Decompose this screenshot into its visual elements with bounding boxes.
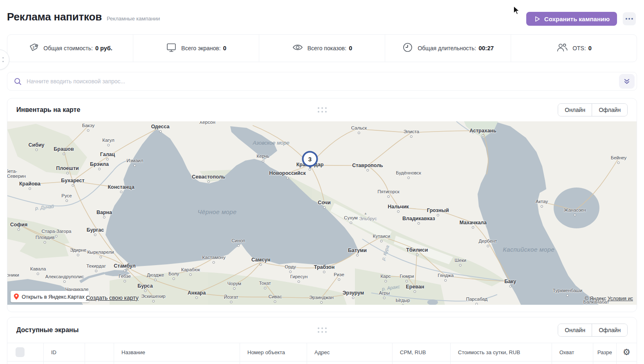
map-place-label: Брэила <box>90 162 109 167</box>
screens-section: Доступные экраны Онлайн Офлайн ID Назван… <box>7 317 637 364</box>
map-place-label: Кагул <box>102 138 114 143</box>
map-place-label: Бурса <box>137 284 153 289</box>
map-place-label: Тбилиси <box>406 248 428 253</box>
map-cluster-count: 3 <box>308 156 312 163</box>
column-reach: Охват <box>552 343 593 361</box>
map-place-label: Сивас <box>269 295 282 299</box>
stat-value: 0 руб. <box>95 45 112 51</box>
map-place-label: Анкара <box>188 290 206 296</box>
page-header: Реклама напитков Рекламные кампании Сохр… <box>0 0 644 34</box>
screens-online-button[interactable]: Онлайн <box>558 324 592 336</box>
search-input[interactable] <box>27 78 615 85</box>
map-place-label: Каспийское море <box>503 246 554 252</box>
create-own-map-link[interactable]: Создать свою карту <box>86 295 139 301</box>
map-place-label: Карабюк <box>181 268 200 272</box>
gear-icon[interactable]: ⚙ <box>623 348 631 357</box>
more-actions-button[interactable] <box>623 12 636 25</box>
map-place-label: Варна <box>96 210 112 215</box>
map-place-label: Парсабад <box>466 297 488 302</box>
stat-value: 0 <box>588 45 592 51</box>
stat-label: OTS: <box>572 45 586 51</box>
map-place-label: Трабзон <box>314 265 334 270</box>
map-place-label: Махачкала <box>460 220 487 226</box>
screens-section-header: Доступные экраны Онлайн Офлайн <box>7 317 637 343</box>
map-place-label: Бакэу <box>82 123 95 128</box>
map-terms-link[interactable]: Условия ис <box>608 296 633 301</box>
page-title: Реклама напитков <box>7 11 102 23</box>
expand-filters-button[interactable] <box>619 74 635 89</box>
map-place-label: Ереван <box>406 284 424 290</box>
map-place-label: Кутаиси <box>373 234 390 239</box>
six-dots-drag-icon[interactable] <box>318 107 327 113</box>
map-online-offline-toggle: Онлайн Офлайн <box>558 103 628 116</box>
stat-label: Общая стоимость: <box>43 45 93 51</box>
inventory-map[interactable]: ХерсонБакэуОдессаСальскЭлистаАстраханьБе… <box>7 121 637 305</box>
map-place-label: Бургас <box>87 228 104 233</box>
map-place-label: Дюздже <box>147 273 164 278</box>
map-attribution: © Яндекс Условия ис <box>585 296 633 301</box>
column-object-number: Номер объекта <box>240 343 307 361</box>
yandex-pin-icon <box>13 293 20 300</box>
save-campaign-button[interactable]: Сохранить кампанию <box>526 12 617 26</box>
stat-total-duration: Общая длительность: 00:27 <box>385 35 511 62</box>
stat-total-screens: Всего экранов: 0 <box>133 35 259 62</box>
map-place-label: Нальчик <box>388 204 409 210</box>
column-daily-cost: Стоимость за сутки, RUB <box>450 343 552 361</box>
monitor-icon <box>166 42 177 55</box>
map-place-label: Чорум <box>227 281 241 286</box>
map-cluster-marker[interactable]: 3 <box>302 151 318 167</box>
people-icon <box>556 42 568 55</box>
stat-value: 00:27 <box>478 45 494 51</box>
stat-total-impressions: Всего показов: 0 <box>259 35 385 62</box>
map-place-label: Бухарест <box>61 178 84 183</box>
map-place-label: Кыркларели <box>87 250 114 255</box>
map-place-label: Будённовск <box>396 171 421 176</box>
map-place-label: Плоешти <box>56 166 79 171</box>
save-campaign-label: Сохранить кампанию <box>544 16 610 22</box>
open-in-yandex-maps-button[interactable]: Открыть в Яндекс.Картах <box>11 291 89 302</box>
map-place-label: Херсон <box>199 121 215 125</box>
map-place-label: Орду <box>285 265 296 270</box>
column-cpm: CPM, RUB <box>392 343 450 361</box>
eye-icon <box>292 42 303 55</box>
column-preview <box>85 343 114 361</box>
search-icon <box>13 77 22 86</box>
column-name: Название <box>114 343 240 361</box>
map-place-label: Шеки <box>455 258 466 263</box>
map-place-label: Агры <box>379 291 390 296</box>
select-all-checkbox[interactable] <box>16 347 25 357</box>
table-settings-cell: ⚙ <box>616 343 637 361</box>
map-place-label: Эрзурум <box>343 290 364 296</box>
map-place-label: Сухум <box>344 216 357 221</box>
map-place-label: Стамбул <box>114 264 135 269</box>
map-place-label: Самсун <box>251 257 271 263</box>
map-online-button[interactable]: Онлайн <box>558 104 592 116</box>
open-in-yandex-maps-label: Открыть в Яндекс.Картах <box>22 294 85 300</box>
screens-table-row-stub <box>7 362 637 364</box>
map-place-label: Галац <box>100 152 115 157</box>
map-place-label: Ставрополь <box>352 163 383 168</box>
map-place-label: Пятигорск <box>377 190 399 194</box>
map-place-label: Брашов <box>54 147 74 152</box>
map-offline-button[interactable]: Офлайн <box>592 104 627 116</box>
map-place-label: Ризе <box>334 272 344 277</box>
map-place-label: Туркменбаши <box>553 288 582 293</box>
stat-total-cost: $ Общая стоимость: 0 руб. <box>7 35 133 62</box>
title-wrap: Реклама напитков Рекламные кампании <box>7 11 160 23</box>
map-place-label: Дербент <box>478 239 497 244</box>
map-place-label: Эдирне <box>70 248 86 253</box>
map-place-label: Стара-Загора <box>42 229 72 234</box>
map-place-label: Гиресун <box>290 275 308 279</box>
map-place-label: Чёрное море <box>197 209 237 215</box>
column-resolution: Разре <box>593 343 616 361</box>
map-place-label: Батуми <box>348 248 367 253</box>
breadcrumb: Рекламные кампании <box>107 16 160 22</box>
select-all-cell <box>7 343 43 361</box>
six-dots-drag-icon[interactable] <box>318 328 327 333</box>
stat-label: Всего экранов: <box>181 45 220 51</box>
screens-table-header: ID Название Номер объекта Адрес CPM, RUB… <box>7 343 637 362</box>
map-place-label: Северин <box>7 174 26 179</box>
map-place-label: Новороссийск <box>269 171 305 176</box>
map-section: Инвентарь на карте Онлайн Офлайн <box>7 98 637 312</box>
screens-offline-button[interactable]: Офлайн <box>592 324 627 336</box>
